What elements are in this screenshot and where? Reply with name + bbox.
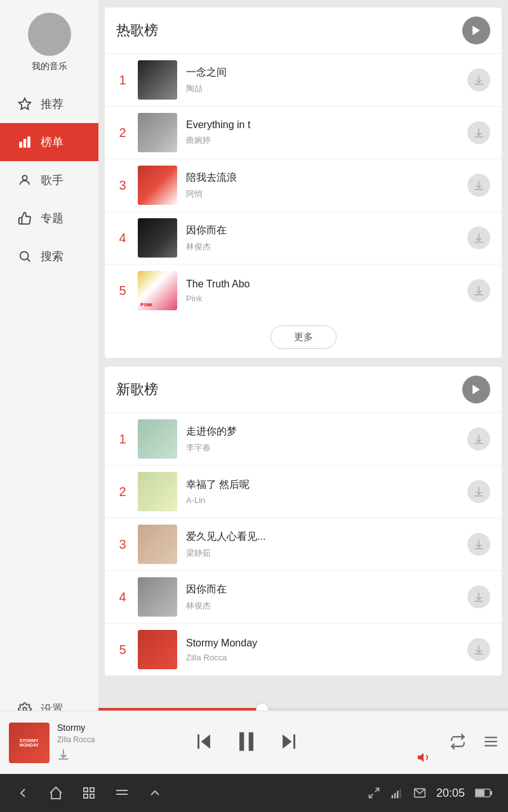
svg-rect-36 (90, 794, 94, 798)
svg-rect-24 (197, 734, 199, 749)
new-track-thumb-1 (138, 419, 177, 459)
new-track-row-5[interactable]: 5 Stormy Monday Zilla Rocca (105, 624, 502, 676)
hot-download-5[interactable] (467, 279, 490, 302)
new-chart-card: 新歌榜 1 走进你的梦 李宇春 2 幸福了 然后呢 A-Lin (105, 367, 502, 676)
avatar (28, 13, 71, 56)
svg-line-8 (27, 259, 30, 261)
hot-chart-more-button[interactable]: 更多 (271, 325, 337, 349)
new-track-name-5: Stormy Monday (186, 638, 458, 649)
status-time: 20:05 (436, 787, 465, 800)
new-track-info-1: 走进你的梦 李宇春 (186, 425, 458, 454)
hot-track-name-1: 一念之间 (186, 66, 458, 79)
email-icon (413, 787, 426, 799)
svg-rect-35 (84, 794, 88, 798)
hot-track-row-4[interactable]: 4 因你而在 林俊杰 (105, 212, 502, 265)
up-nav-icon[interactable] (147, 785, 163, 801)
new-chart-play-button[interactable] (462, 376, 490, 403)
sidebar-item-charts[interactable]: 榜单 (0, 123, 98, 161)
new-download-4[interactable] (467, 586, 490, 608)
new-download-3[interactable] (467, 533, 490, 556)
new-chart-title: 新歌榜 (116, 380, 158, 399)
hot-track-name-3: 陪我去流浪 (186, 171, 458, 185)
back-nav-icon[interactable] (15, 785, 30, 801)
new-track-rank-5: 5 (116, 643, 129, 657)
new-download-5[interactable] (467, 638, 490, 661)
new-track-name-4: 因你而在 (186, 583, 458, 596)
new-track-row-3[interactable]: 3 爱久见人心看见... 梁静茹 (105, 518, 502, 571)
menu-button[interactable] (483, 733, 499, 752)
svg-rect-5 (28, 137, 30, 148)
player-pause-button[interactable] (232, 728, 260, 758)
sidebar-item-specials[interactable]: 专题 (0, 199, 98, 237)
volume-icon[interactable] (417, 750, 432, 768)
hot-track-artist-3: 阿悄 (186, 188, 458, 200)
hot-chart-card: 热歌榜 1 一念之间 陶喆 2 Everything in t 曲婉婷 (105, 8, 502, 358)
new-track-row-1[interactable]: 1 走进你的梦 李宇春 (105, 413, 502, 466)
hot-track-artist-2: 曲婉婷 (186, 134, 458, 146)
new-track-name-1: 走进你的梦 (186, 425, 458, 438)
hot-track-rank-3: 3 (116, 178, 129, 193)
hot-track-info-5: The Truth Abo Pink (186, 278, 458, 303)
hot-chart-title: 热歌榜 (116, 21, 158, 40)
sidebar-item-artists[interactable]: 歌手 (0, 161, 98, 199)
star-icon (18, 97, 32, 111)
hot-track-info-4: 因你而在 林俊杰 (186, 224, 458, 252)
hot-download-1[interactable] (467, 69, 490, 91)
hot-track-row-2[interactable]: 2 Everything in t 曲婉婷 (105, 107, 502, 159)
new-chart-header: 新歌榜 (105, 367, 502, 413)
main-content: 热歌榜 1 一念之间 陶喆 2 Everything in t 曲婉婷 (98, 0, 508, 736)
thumb-up-icon (18, 211, 32, 225)
signal-icon (391, 787, 403, 799)
hot-track-artist-4: 林俊杰 (186, 241, 458, 252)
new-track-name-2: 幸福了 然后呢 (186, 478, 458, 492)
home-nav-icon[interactable] (48, 785, 64, 801)
sidebar: 我的音乐 推荐 榜单 歌手 专题 (0, 0, 98, 736)
player-prev-button[interactable] (193, 731, 215, 755)
battery-icon (475, 788, 493, 798)
hot-track-row[interactable]: 1 一念之间 陶喆 (105, 54, 502, 107)
hot-download-3[interactable] (467, 174, 490, 197)
svg-rect-41 (392, 795, 394, 798)
hot-download-2[interactable] (467, 121, 490, 144)
player-controls (122, 728, 371, 758)
new-download-2[interactable] (467, 480, 490, 503)
sidebar-item-search[interactable]: 搜索 (0, 237, 98, 275)
recents-nav-icon[interactable] (81, 785, 97, 801)
new-download-1[interactable] (467, 428, 490, 450)
player-download-icon[interactable] (57, 748, 114, 763)
fullscreen-icon (368, 787, 380, 799)
volume-section (417, 718, 432, 768)
svg-rect-4 (23, 139, 26, 147)
person-icon (18, 173, 32, 187)
hot-track-row-5[interactable]: 5 The Truth Abo Pink (105, 265, 502, 317)
sidebar-label-artists: 歌手 (41, 173, 64, 188)
hot-track-info-1: 一念之间 陶喆 (186, 66, 458, 95)
sidebar-username: 我的音乐 (32, 61, 67, 72)
new-track-row-2[interactable]: 2 幸福了 然后呢 A-Lin (105, 466, 502, 518)
svg-rect-34 (90, 788, 94, 792)
svg-rect-33 (84, 788, 88, 792)
hot-download-4[interactable] (467, 226, 490, 249)
svg-marker-10 (472, 26, 480, 36)
sidebar-item-recommend[interactable]: 推荐 (0, 85, 98, 123)
player-bar: STORMYMONDAY Stormy Zilla Rocca (0, 710, 508, 774)
hot-track-thumb-1 (138, 60, 177, 100)
new-track-row-4[interactable]: 4 因你而在 林俊杰 (105, 571, 502, 624)
hot-track-rank-5: 5 (116, 284, 129, 298)
svg-line-39 (375, 789, 379, 792)
repeat-button[interactable] (450, 733, 466, 752)
hot-track-row-3[interactable]: 3 陪我去流浪 阿悄 (105, 159, 502, 212)
new-track-rank-2: 2 (116, 485, 129, 499)
hot-track-rank-1: 1 (116, 73, 129, 88)
new-track-info-4: 因你而在 林俊杰 (186, 583, 458, 612)
hot-track-thumb-4 (138, 218, 177, 258)
status-bar: 20:05 (0, 774, 508, 812)
new-track-thumb-3 (138, 525, 177, 564)
hot-track-rank-4: 4 (116, 231, 129, 246)
menu-nav-icon[interactable] (114, 785, 130, 801)
sidebar-label-specials: 专题 (41, 211, 64, 226)
player-next-button[interactable] (278, 731, 300, 755)
hot-chart-play-button[interactable] (462, 16, 490, 44)
svg-marker-2 (19, 98, 30, 109)
new-track-info-3: 爱久见人心看见... 梁静茹 (186, 530, 458, 559)
